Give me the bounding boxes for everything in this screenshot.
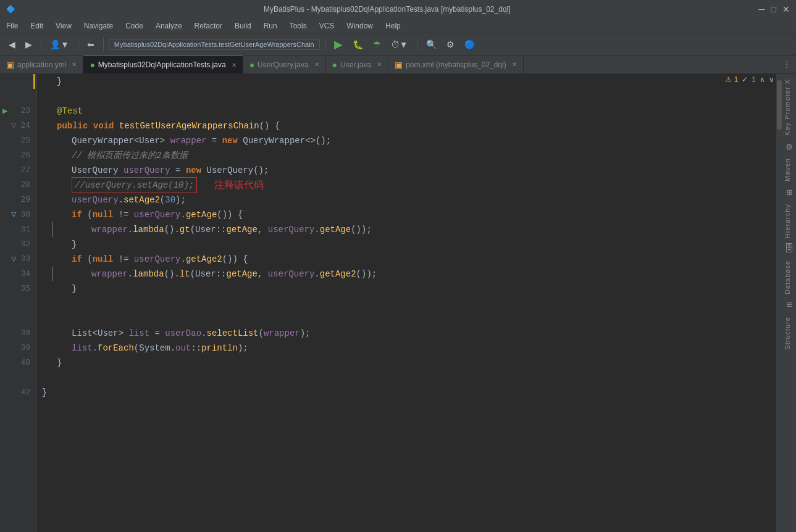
gutter-line-35: 35	[0, 281, 33, 296]
gutter-num-28: 28	[20, 178, 30, 193]
menu-run[interactable]: Run	[261, 22, 280, 30]
gutter-line-blank1	[0, 74, 33, 89]
title-bar: 🔷 MyBatisPlus - Mybatisplus02DqlApplicat…	[0, 0, 796, 19]
gutter-num-38: 38	[20, 326, 30, 341]
back-button[interactable]: ◀	[5, 37, 19, 52]
block-line-31	[52, 222, 53, 237]
tab-close-yml[interactable]: ✕	[72, 61, 77, 68]
debug-button[interactable]: 🐛	[349, 37, 367, 52]
tab-close-pom[interactable]: ✕	[512, 61, 517, 68]
window-title: MyBatisPlus - Mybatisplus02DqlApplicatio…	[15, 5, 759, 14]
structure-icon: ≡	[786, 300, 792, 311]
structure-panel[interactable]: Structure	[782, 312, 796, 355]
tab-bar: ▣ application.yml ✕ ● Mybatisplus02DqlAp…	[0, 56, 796, 74]
code-line-24: public void testGetUserAgeWrappersChain …	[42, 118, 796, 133]
vertical-scrollbar[interactable]	[776, 74, 782, 532]
gutter-line-34: 34	[0, 267, 33, 281]
tab-close-user[interactable]: ✕	[377, 61, 382, 68]
code-line-close-brace: }	[42, 74, 796, 89]
maximize-button[interactable]: □	[771, 4, 776, 14]
hierarchy-icon-container: ⊞	[782, 186, 796, 199]
menu-analyze[interactable]: Analyze	[153, 22, 185, 30]
structure-icon-container: ≡	[782, 299, 796, 312]
gutter-line-31: 31	[0, 222, 33, 237]
gutter-num-39: 39	[20, 341, 30, 355]
minimize-button[interactable]: ─	[759, 4, 765, 14]
gutter-run-icon-23[interactable]: ▶	[2, 104, 7, 118]
gutter-line-38: 38	[0, 326, 33, 341]
run-config-selector[interactable]: Mybatisplus02DqlApplicationTests.testGet…	[109, 39, 320, 50]
menu-window[interactable]: Window	[344, 22, 375, 30]
code-line-37-blank	[42, 311, 796, 326]
appearance-button[interactable]: 🔵	[461, 37, 479, 52]
code-line-25: QueryWrapper < User > wrapper = new Quer…	[42, 133, 796, 148]
gutter-num-33: 33	[20, 252, 30, 267]
side-tools-panel: Key Promoter X ⚙ Maven ⊞ Hierarchy 🗄 Dat…	[782, 74, 796, 532]
tab-icon-tests: ●	[90, 60, 94, 70]
gutter-num-27: 27	[20, 163, 30, 178]
gutter-num-42: 42	[20, 385, 30, 400]
toolbar-sep-1	[41, 38, 41, 51]
block-line-34	[52, 267, 53, 281]
menu-tools[interactable]: Tools	[287, 22, 309, 30]
tab-overflow-menu[interactable]: ⋮	[777, 56, 796, 73]
code-line-33: if ( null != userQuery . getAge2 ()) {	[42, 252, 796, 267]
toolbar-sep-4	[325, 38, 325, 51]
code-line-42: }	[42, 385, 796, 400]
menu-help[interactable]: Help	[383, 22, 403, 30]
scrollbar-thumb[interactable]	[777, 80, 782, 130]
tab-icon-pom: ▣	[395, 60, 403, 70]
gutter-num-31: 31	[20, 222, 30, 237]
menu-edit[interactable]: Edit	[28, 22, 46, 30]
user-icon-button[interactable]: 👤▼	[46, 37, 73, 52]
gutter-line-25: 25	[0, 133, 33, 148]
database-panel[interactable]: Database	[782, 256, 796, 299]
tab-pom[interactable]: ▣ pom.xml (mybatisplus_02_dql) ✕	[388, 56, 524, 73]
tab-label-application-yml: application.yml	[17, 60, 66, 69]
profile-button[interactable]: ⏱▼	[387, 37, 412, 52]
tab-label-pom: pom.xml (mybatisplus_02_dql)	[406, 60, 506, 69]
gutter-fold-30[interactable]: ▽	[11, 207, 16, 222]
gutter-num-34: 34	[20, 267, 30, 281]
menu-view[interactable]: View	[53, 22, 74, 30]
search-everywhere-button[interactable]: 🔍	[422, 37, 440, 52]
toolbar-sep-5	[417, 38, 417, 51]
coverage-button[interactable]: ☂	[369, 37, 385, 52]
code-line-29: userQuery . setAge2 ( 30 );	[42, 193, 796, 207]
maven-panel[interactable]: Maven	[782, 153, 796, 186]
gutter-line-29: 29	[0, 193, 33, 207]
menu-build[interactable]: Build	[232, 22, 254, 30]
code-line-30: if ( null != userQuery . getAge ()) {	[42, 207, 796, 222]
forward-button[interactable]: ▶	[22, 37, 36, 52]
change-indicator-top	[33, 74, 35, 89]
code-line-23: @Test	[42, 104, 796, 118]
hierarchy-icon: ⊞	[786, 186, 792, 199]
gutter-fold-24[interactable]: ▽	[11, 118, 16, 133]
gutter-num-30: 30	[20, 207, 30, 222]
key-promoter-x-panel[interactable]: Key Promoter X	[782, 74, 796, 141]
menu-vcs[interactable]: VCS	[317, 22, 337, 30]
code-editor[interactable]: } @Test public void testGetUserAgeWrappe…	[37, 74, 796, 532]
menu-code[interactable]: Code	[123, 22, 146, 30]
menu-bar: File Edit View Navigate Code Analyze Ref…	[0, 19, 796, 33]
gutter-fold-33[interactable]: ▽	[11, 252, 16, 267]
tab-application-yml[interactable]: ▣ application.yml ✕	[0, 56, 83, 73]
close-button[interactable]: ✕	[782, 4, 790, 14]
tab-userquery[interactable]: ● UserQuery.java ✕	[243, 56, 326, 73]
settings-button[interactable]: ⚙	[443, 37, 458, 52]
tab-mybatisplus-tests[interactable]: ● Mybatisplus02DqlApplicationTests.java …	[83, 56, 243, 73]
menu-file[interactable]: File	[4, 22, 20, 30]
tab-close-tests[interactable]: ✕	[232, 62, 237, 69]
code-line-blank-0	[42, 89, 796, 104]
tab-close-userquery[interactable]: ✕	[314, 61, 319, 68]
menu-navigate[interactable]: Navigate	[82, 22, 115, 30]
back-nav-button[interactable]: ⬅	[83, 37, 98, 52]
tab-user[interactable]: ● User.java ✕	[326, 56, 389, 73]
editor-area: ⚠ 1 ✓ 1 ∧ ∨ ▶ 23 ▽ 24 25 26 27 28	[0, 74, 796, 532]
menu-refactor[interactable]: Refactor	[192, 22, 225, 30]
database-icon-container: 🗄	[782, 243, 796, 256]
window-controls[interactable]: ─ □ ✕	[759, 4, 790, 14]
run-button[interactable]: ▶	[330, 35, 346, 54]
hierarchy-panel[interactable]: Hierarchy	[782, 199, 796, 243]
tab-label-user: User.java	[340, 60, 371, 69]
